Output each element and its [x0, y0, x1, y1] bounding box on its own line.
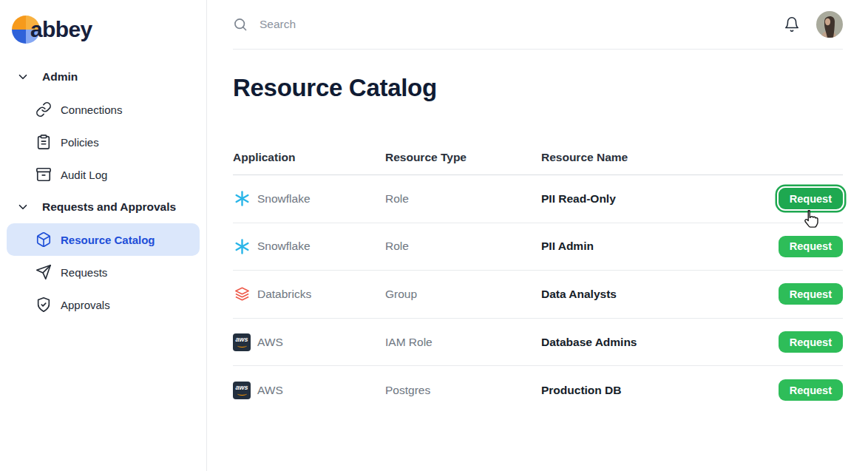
action-cell: Request	[779, 283, 843, 305]
action-cell: Request	[779, 188, 843, 209]
application-cell: awsAWS	[233, 382, 385, 399]
table-body: SnowflakeRolePII Read-OnlyRequestSnowfla…	[233, 175, 843, 414]
chevron-down-icon	[16, 70, 30, 84]
search-box[interactable]: Search	[233, 17, 296, 32]
shield-check-icon	[35, 297, 52, 313]
brand-name: abbey	[30, 17, 92, 42]
resource-type-cell: IAM Role	[385, 336, 541, 349]
action-cell: Request	[779, 331, 843, 353]
table-row: awsAWSIAM RoleDatabase AdminsRequest	[233, 319, 843, 367]
table-row: DatabricksGroupData AnalystsRequest	[233, 271, 843, 319]
search-icon	[233, 17, 248, 32]
resource-name-cell: PII Read-Only	[541, 192, 779, 206]
paper-plane-icon	[35, 264, 52, 280]
resource-type-cell: Postgres	[385, 384, 541, 397]
section-label: Requests and Approvals	[42, 200, 176, 214]
resource-type-cell: Role	[385, 192, 541, 206]
brand-logo[interactable]: abbey	[0, 13, 206, 46]
resource-table: Application Resource Type Resource Name …	[233, 102, 843, 414]
resource-type-cell: Role	[385, 240, 541, 253]
cube-icon	[35, 231, 52, 248]
column-header-application: Application	[233, 151, 385, 164]
request-button[interactable]: Request	[779, 236, 843, 257]
application-cell: Snowflake	[233, 190, 385, 208]
main-content: Search Reso	[207, 0, 868, 471]
request-button[interactable]: Request	[779, 331, 843, 353]
topbar-right	[784, 11, 843, 38]
column-header-resource-type: Resource Type	[385, 151, 541, 164]
clipboard-icon	[35, 134, 52, 150]
application-cell: awsAWS	[233, 333, 385, 351]
page-title: Resource Catalog	[233, 74, 843, 102]
snowflake-icon	[233, 190, 251, 208]
chevron-down-icon	[16, 200, 30, 214]
search-placeholder: Search	[260, 18, 296, 31]
topbar: Search	[233, 0, 843, 50]
resource-name-cell: Production DB	[541, 384, 779, 397]
table-row: SnowflakeRolePII AdminRequest	[233, 223, 843, 271]
table-header: Application Resource Type Resource Name	[233, 102, 843, 175]
request-button[interactable]: Request	[779, 188, 843, 209]
application-name: AWS	[257, 384, 283, 397]
app-root: abbey AdminConnectionsPoliciesAudit LogR…	[0, 0, 868, 471]
resource-name-cell: Data Analysts	[541, 288, 779, 301]
section-header-requests-and-approvals[interactable]: Requests and Approvals	[0, 191, 206, 223]
table-row: awsAWSPostgresProduction DBRequest	[233, 366, 843, 414]
sidebar-item-policies[interactable]: Policies	[7, 126, 200, 158]
application-name: AWS	[257, 336, 283, 349]
sidebar-item-approvals[interactable]: Approvals	[7, 288, 200, 321]
aws-icon: aws	[233, 333, 251, 351]
application-cell: Databricks	[233, 285, 385, 303]
column-header-resource-name: Resource Name	[541, 151, 843, 164]
action-cell: Request	[779, 236, 843, 257]
action-cell: Request	[779, 379, 843, 401]
notifications-bell-icon[interactable]	[784, 16, 800, 33]
application-name: Snowflake	[257, 192, 311, 206]
sidebar: abbey AdminConnectionsPoliciesAudit LogR…	[0, 0, 207, 471]
databricks-icon	[233, 285, 251, 303]
sidebar-item-resource-catalog[interactable]: Resource Catalog	[7, 223, 200, 256]
sidebar-nav: AdminConnectionsPoliciesAudit LogRequest…	[0, 61, 206, 321]
resource-name-cell: Database Admins	[541, 336, 779, 349]
user-avatar[interactable]	[816, 11, 843, 38]
table-row: SnowflakeRolePII Read-OnlyRequest	[233, 175, 843, 223]
request-button[interactable]: Request	[779, 283, 843, 305]
archive-icon	[35, 166, 52, 183]
sidebar-item-audit-log[interactable]: Audit Log	[7, 158, 200, 191]
section-label: Admin	[42, 70, 78, 84]
application-name: Snowflake	[257, 240, 311, 253]
link-icon	[35, 101, 52, 118]
request-button[interactable]: Request	[779, 379, 843, 401]
resource-type-cell: Group	[385, 288, 541, 301]
sidebar-item-requests[interactable]: Requests	[7, 256, 200, 288]
section-header-admin[interactable]: Admin	[0, 61, 206, 93]
aws-icon: aws	[233, 382, 251, 399]
snowflake-icon	[233, 237, 251, 255]
sidebar-item-connections[interactable]: Connections	[7, 93, 200, 126]
application-cell: Snowflake	[233, 237, 385, 255]
application-name: Databricks	[257, 288, 311, 301]
resource-name-cell: PII Admin	[541, 240, 779, 253]
